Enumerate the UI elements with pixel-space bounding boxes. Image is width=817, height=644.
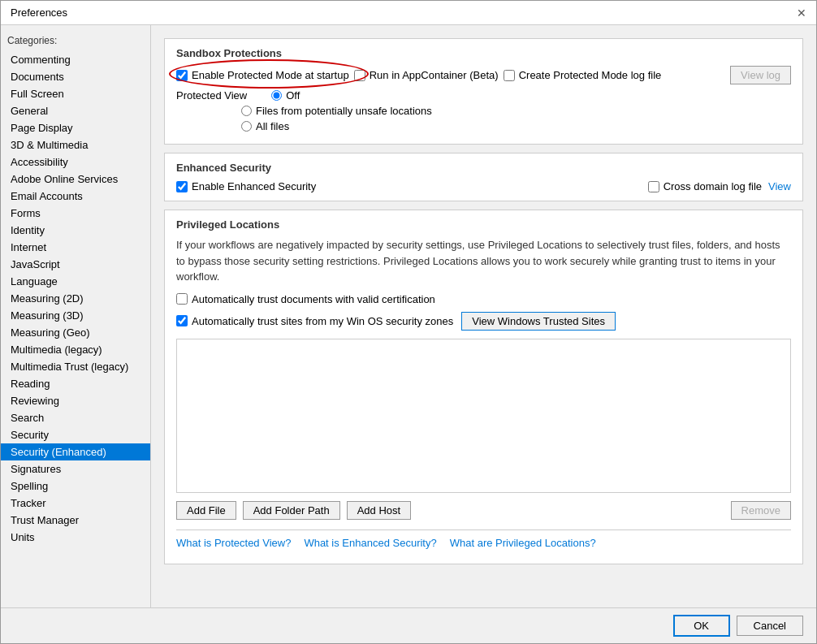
sidebar-item-forms[interactable]: Forms bbox=[1, 205, 150, 222]
cross-domain-label[interactable]: Cross domain log file bbox=[648, 180, 762, 192]
sidebar-item-search[interactable]: Search bbox=[1, 409, 150, 426]
sidebar-item-adobe-online-services[interactable]: Adobe Online Services bbox=[1, 171, 150, 188]
ok-button[interactable]: OK bbox=[673, 615, 730, 637]
sidebar-item-spelling[interactable]: Spelling bbox=[1, 478, 150, 495]
sidebar-item-tracker[interactable]: Tracker bbox=[1, 495, 150, 512]
sidebar-item-reviewing[interactable]: Reviewing bbox=[1, 392, 150, 409]
sidebar-item-units[interactable]: Units bbox=[1, 529, 150, 546]
sidebar-item-language[interactable]: Language bbox=[1, 273, 150, 290]
sandbox-title: Sandbox Protections bbox=[176, 47, 791, 59]
remove-button[interactable]: Remove bbox=[731, 501, 791, 520]
auto-trust-sites-label[interactable]: Automatically trust sites from my Win OS… bbox=[176, 315, 453, 327]
dialog-body: Categories: CommentingDocumentsFull Scre… bbox=[1, 25, 816, 607]
action-buttons-row: Add File Add Folder Path Add Host Remove bbox=[176, 501, 791, 520]
pv-unsafe-row[interactable]: Files from potentially unsafe locations bbox=[241, 105, 791, 117]
es-right: Cross domain log file View bbox=[648, 180, 791, 192]
pv-unsafe-radio[interactable] bbox=[241, 106, 252, 116]
trust-sites-row: Automatically trust sites from my Win OS… bbox=[176, 312, 791, 331]
auto-trust-sites-checkbox[interactable] bbox=[176, 315, 188, 326]
enable-enhanced-security-label[interactable]: Enable Enhanced Security bbox=[176, 180, 316, 192]
sidebar-item-identity[interactable]: Identity bbox=[1, 222, 150, 239]
what-is-enhanced-security-link[interactable]: What is Enhanced Security? bbox=[304, 537, 436, 549]
auto-trust-docs-row: Automatically trust documents with valid… bbox=[176, 293, 791, 305]
sidebar-item-reading[interactable]: Reading bbox=[1, 375, 150, 392]
create-log-label[interactable]: Create Protected Mode log file bbox=[504, 69, 662, 81]
auto-trust-docs-label[interactable]: Automatically trust documents with valid… bbox=[176, 293, 435, 305]
privileged-section: Privileged Locations If your workflows a… bbox=[164, 210, 803, 564]
sandbox-section: Sandbox Protections Enable Protected Mod… bbox=[164, 38, 803, 145]
close-button[interactable]: ✕ bbox=[793, 5, 810, 21]
enhanced-security-section: Enhanced Security Enable Enhanced Securi… bbox=[164, 153, 803, 201]
sidebar-item-measuring-3d-[interactable]: Measuring (3D) bbox=[1, 307, 150, 324]
cross-domain-checkbox[interactable] bbox=[648, 181, 659, 192]
auto-trust-docs-checkbox[interactable] bbox=[176, 293, 188, 305]
sidebar-item-3d-multimedia[interactable]: 3D & Multimedia bbox=[1, 136, 150, 153]
sidebar-item-security-enhanced-[interactable]: Security (Enhanced) bbox=[1, 443, 150, 460]
dialog-title: Preferences bbox=[11, 6, 67, 19]
pv-off-label[interactable]: Off bbox=[271, 89, 300, 102]
categories-label: Categories: bbox=[1, 32, 150, 51]
sidebar-item-measuring-2d-[interactable]: Measuring (2D) bbox=[1, 290, 150, 307]
main-content: Sandbox Protections Enable Protected Mod… bbox=[151, 25, 816, 607]
title-bar: Preferences ✕ bbox=[1, 1, 816, 25]
enable-enhanced-security-checkbox[interactable] bbox=[176, 181, 188, 192]
what-are-privileged-locations-link[interactable]: What are Privileged Locations? bbox=[450, 537, 596, 549]
sidebar-item-full-screen[interactable]: Full Screen bbox=[1, 85, 150, 102]
appcontainer-checkbox[interactable] bbox=[354, 70, 365, 81]
privileged-title: Privileged Locations bbox=[176, 218, 791, 231]
sidebar-item-javascript[interactable]: JavaScript bbox=[1, 256, 150, 273]
sidebar-item-commenting[interactable]: Commenting bbox=[1, 51, 150, 68]
preferences-dialog: Preferences ✕ Categories: CommentingDocu… bbox=[0, 0, 817, 644]
sidebar-item-internet[interactable]: Internet bbox=[1, 239, 150, 256]
sidebar-item-measuring-geo-[interactable]: Measuring (Geo) bbox=[1, 324, 150, 341]
sidebar-item-signatures[interactable]: Signatures bbox=[1, 460, 150, 478]
sidebar-item-multimedia-legacy-[interactable]: Multimedia (legacy) bbox=[1, 341, 150, 358]
enhanced-security-row: Enable Enhanced Security Cross domain lo… bbox=[176, 180, 791, 192]
sidebar-item-trust-manager[interactable]: Trust Manager bbox=[1, 512, 150, 529]
create-log-checkbox[interactable] bbox=[504, 70, 515, 81]
sandbox-row1: Enable Protected Mode at startup Run in … bbox=[176, 66, 791, 84]
sidebar-item-page-display[interactable]: Page Display bbox=[1, 119, 150, 136]
add-folder-path-button[interactable]: Add Folder Path bbox=[243, 501, 340, 520]
add-host-button[interactable]: Add Host bbox=[347, 501, 411, 520]
enable-protected-mode-checkbox[interactable] bbox=[176, 70, 188, 81]
pv-allfiles-radio[interactable] bbox=[241, 121, 252, 132]
sidebar-item-email-accounts[interactable]: Email Accounts bbox=[1, 188, 150, 205]
enable-protected-mode-label[interactable]: Enable Protected Mode at startup bbox=[176, 69, 349, 81]
sidebar-item-security[interactable]: Security bbox=[1, 426, 150, 443]
protected-view-row: Protected View Off bbox=[176, 89, 791, 102]
pv-off-radio[interactable] bbox=[271, 90, 282, 101]
help-links-row: What is Protected View? What is Enhanced… bbox=[176, 529, 791, 555]
sidebar: Categories: CommentingDocumentsFull Scre… bbox=[1, 25, 151, 607]
sidebar-item-documents[interactable]: Documents bbox=[1, 68, 150, 85]
appcontainer-label[interactable]: Run in AppContainer (Beta) bbox=[354, 69, 499, 81]
view-windows-trusted-sites-button[interactable]: View Windows Trusted Sites bbox=[461, 312, 616, 331]
dialog-footer: OK Cancel bbox=[1, 607, 816, 643]
trusted-sites-listbox[interactable] bbox=[176, 339, 791, 493]
enhanced-security-title: Enhanced Security bbox=[176, 162, 791, 174]
sidebar-item-general[interactable]: General bbox=[1, 102, 150, 119]
sidebar-item-multimedia-trust-legacy-[interactable]: Multimedia Trust (legacy) bbox=[1, 358, 150, 375]
sidebar-item-accessibility[interactable]: Accessibility bbox=[1, 153, 150, 171]
cross-domain-view-link[interactable]: View bbox=[768, 180, 791, 192]
view-log-button[interactable]: View log bbox=[730, 66, 791, 84]
add-file-button[interactable]: Add File bbox=[176, 501, 236, 520]
what-is-protected-view-link[interactable]: What is Protected View? bbox=[176, 537, 291, 549]
cancel-button[interactable]: Cancel bbox=[737, 616, 803, 636]
privileged-description: If your workflows are negatively impacte… bbox=[176, 237, 791, 285]
pv-allfiles-row[interactable]: All files bbox=[241, 120, 791, 132]
